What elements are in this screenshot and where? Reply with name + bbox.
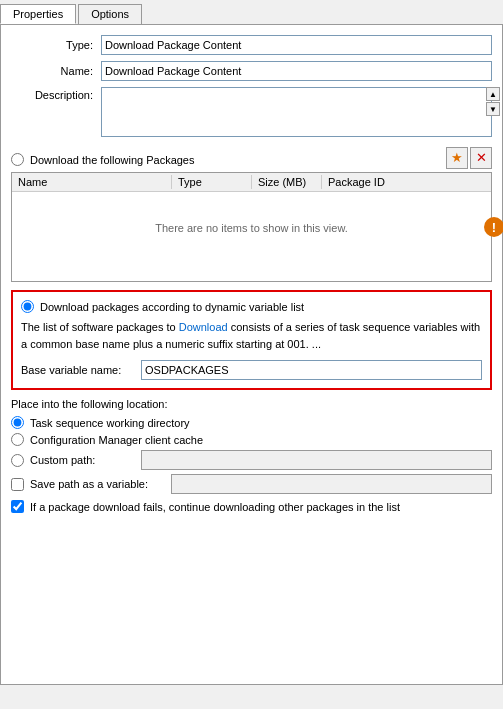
save-path-checkbox[interactable] (11, 478, 24, 491)
custom-path-radio[interactable] (11, 454, 24, 467)
dynamic-packages-radio[interactable] (21, 300, 34, 313)
cm-cache-radio[interactable] (11, 433, 24, 446)
static-packages-label: Download the following Packages (30, 154, 195, 166)
base-var-label: Base variable name: (21, 364, 141, 376)
desc-scroll-down[interactable]: ▼ (486, 102, 500, 116)
col-header-pkgid: Package ID (322, 175, 402, 189)
dynamic-description: The list of software packages to Downloa… (21, 319, 482, 352)
place-label: Place into the following location: (11, 398, 492, 410)
name-input[interactable] (101, 61, 492, 81)
type-label: Type: (11, 39, 101, 51)
save-path-input[interactable] (171, 474, 492, 494)
desc-textarea[interactable] (101, 87, 492, 137)
cm-cache-label: Configuration Manager client cache (30, 434, 203, 446)
name-label: Name: (11, 65, 101, 77)
dynamic-packages-label: Download packages according to dynamic v… (40, 301, 304, 313)
base-var-input[interactable] (141, 360, 482, 380)
continue-download-checkbox[interactable] (11, 500, 24, 513)
download-link[interactable]: Download (179, 321, 228, 333)
table-empty-message: There are no items to show in this view. (12, 192, 491, 254)
type-input[interactable] (101, 35, 492, 55)
static-packages-radio[interactable] (11, 153, 24, 166)
task-seq-radio[interactable] (11, 416, 24, 429)
task-seq-label: Task sequence working directory (30, 417, 190, 429)
custom-path-label: Custom path: (30, 454, 95, 466)
desc-label: Description: (11, 87, 101, 101)
custom-path-input[interactable] (141, 450, 492, 470)
col-header-type: Type (172, 175, 252, 189)
info-icon[interactable]: ! (484, 217, 503, 237)
col-header-size: Size (MB) (252, 175, 322, 189)
save-path-label: Save path as a variable: (30, 478, 148, 490)
desc-scroll-up[interactable]: ▲ (486, 87, 500, 101)
dynamic-section: Download packages according to dynamic v… (11, 290, 492, 390)
continue-download-label: If a package download fails, continue do… (30, 501, 400, 513)
col-header-name: Name (12, 175, 172, 189)
add-package-button[interactable]: ★ (446, 147, 468, 169)
packages-table: Name Type Size (MB) Package ID There are… (11, 172, 492, 282)
tab-options[interactable]: Options (78, 4, 142, 24)
remove-package-button[interactable]: ✕ (470, 147, 492, 169)
tab-properties[interactable]: Properties (0, 4, 76, 24)
